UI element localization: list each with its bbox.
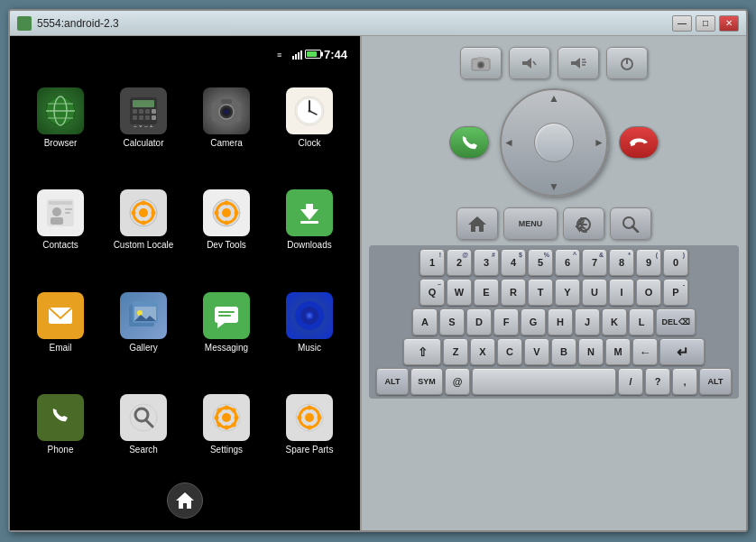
key-7[interactable]: &7	[582, 249, 607, 276]
home-button[interactable]	[167, 482, 203, 519]
key-enter[interactable]: ↵	[659, 338, 705, 365]
devtools-icon	[203, 189, 250, 236]
dpad-center-button[interactable]	[534, 123, 574, 162]
phone-icon	[37, 394, 84, 441]
key-k[interactable]: K	[602, 308, 627, 335]
end-button[interactable]	[619, 126, 659, 159]
key-4[interactable]: $4	[501, 249, 526, 276]
app-search[interactable]: Search	[104, 376, 183, 475]
key-5[interactable]: %5	[528, 249, 553, 276]
maximize-button[interactable]: □	[696, 15, 715, 32]
dpad-left-button[interactable]: ◄	[503, 136, 514, 149]
key-a[interactable]: A	[412, 308, 438, 335]
key-p[interactable]: -P	[663, 279, 688, 306]
app-spare-parts[interactable]: Spare Parts	[270, 376, 349, 475]
svg-marker-92	[522, 58, 531, 69]
key-g[interactable]: G	[521, 308, 546, 335]
key-l[interactable]: L	[629, 308, 654, 335]
key-shift[interactable]: ⇧	[403, 338, 441, 365]
app-browser[interactable]: Browser	[21, 69, 100, 168]
key-v[interactable]: V	[524, 338, 549, 365]
status-bar: ≡ 7:44	[17, 43, 353, 65]
key-2[interactable]: @2	[447, 249, 472, 276]
key-q[interactable]: ~Q	[419, 279, 445, 306]
app-email[interactable]: Email	[21, 273, 100, 372]
key-sym[interactable]: SYM	[410, 368, 443, 395]
app-gallery[interactable]: Gallery	[104, 273, 183, 372]
gallery-icon	[120, 292, 167, 339]
key-o[interactable]: O	[636, 279, 661, 306]
key-3[interactable]: #3	[474, 249, 499, 276]
app-downloads[interactable]: Downloads	[270, 171, 349, 271]
key-c[interactable]: C	[497, 338, 522, 365]
key-arrow-left[interactable]: ←	[632, 338, 658, 365]
home-nav-button[interactable]	[456, 207, 498, 240]
power-button[interactable]	[606, 47, 648, 79]
key-s[interactable]: S	[439, 308, 465, 335]
key-x[interactable]: X	[470, 338, 495, 365]
camera-button[interactable]	[460, 47, 502, 79]
messaging-icon	[203, 292, 250, 339]
key-w[interactable]: W	[447, 279, 472, 306]
app-contacts[interactable]: Contacts	[21, 171, 100, 271]
key-n[interactable]: N	[578, 338, 604, 365]
app-clock[interactable]: Clock	[270, 69, 349, 168]
app-camera[interactable]: Camera	[187, 69, 266, 168]
app-settings[interactable]: Settings	[187, 376, 266, 475]
key-h[interactable]: H	[548, 308, 573, 335]
key-at[interactable]: @	[445, 368, 470, 395]
key-r[interactable]: R	[501, 279, 526, 306]
key-b[interactable]: B	[551, 338, 576, 365]
svg-point-39	[152, 211, 156, 216]
svg-point-37	[142, 221, 146, 225]
svg-point-77	[232, 423, 236, 427]
kb-row-asdf: A S D F G H J K L DEL⌫	[373, 308, 735, 335]
key-1[interactable]: !1	[419, 249, 445, 276]
dpad-up-button[interactable]: ▲	[549, 92, 559, 105]
key-alt-right[interactable]: ALT	[699, 368, 732, 395]
vol-up-button[interactable]	[558, 47, 599, 79]
svg-rect-13	[133, 115, 137, 120]
svg-line-93	[533, 61, 536, 65]
svg-line-103	[632, 226, 638, 232]
search-nav-button[interactable]	[610, 207, 651, 240]
call-button[interactable]	[449, 126, 489, 159]
key-0[interactable]: )0	[663, 249, 688, 276]
key-space[interactable]	[472, 368, 616, 395]
key-f[interactable]: F	[493, 308, 519, 335]
app-custom-locale[interactable]: Custom Locale	[104, 171, 183, 271]
minimize-button[interactable]: —	[672, 15, 692, 32]
key-u[interactable]: U	[582, 279, 607, 306]
contacts-label: Contacts	[42, 240, 78, 251]
key-d[interactable]: D	[466, 308, 492, 335]
app-music[interactable]: Music	[270, 273, 349, 372]
key-slash[interactable]: /	[618, 368, 643, 395]
battery-icon	[305, 50, 321, 59]
svg-rect-60	[218, 315, 231, 317]
close-button[interactable]: ✕	[719, 15, 739, 32]
key-alt-left[interactable]: ALT	[376, 368, 409, 395]
app-calculator[interactable]: ÷ × − + Calculator	[104, 69, 183, 168]
key-m[interactable]: M	[605, 338, 631, 365]
app-messaging[interactable]: Messaging	[187, 273, 266, 372]
key-j[interactable]: J	[575, 308, 600, 335]
key-8[interactable]: *8	[609, 249, 634, 276]
dpad-down-button[interactable]: ▼	[549, 180, 559, 193]
key-y[interactable]: Y	[555, 279, 580, 306]
menu-button[interactable]: MENU	[503, 207, 558, 240]
key-question[interactable]: ?	[645, 368, 670, 395]
key-z[interactable]: Z	[443, 338, 468, 365]
key-6[interactable]: ^6	[555, 249, 580, 276]
key-comma[interactable]: ,	[672, 368, 697, 395]
dpad-right-button[interactable]: ►	[594, 136, 604, 149]
back-button[interactable]	[563, 207, 604, 240]
svg-marker-87	[176, 492, 194, 509]
key-e[interactable]: E	[474, 279, 499, 306]
app-phone[interactable]: Phone	[21, 376, 100, 475]
key-del[interactable]: DEL⌫	[656, 308, 696, 335]
vol-down-button[interactable]	[509, 47, 550, 79]
key-i[interactable]: I	[609, 279, 634, 306]
key-9[interactable]: (9	[636, 249, 661, 276]
app-dev-tools[interactable]: Dev Tools	[187, 171, 266, 271]
key-t[interactable]: T	[528, 279, 553, 306]
